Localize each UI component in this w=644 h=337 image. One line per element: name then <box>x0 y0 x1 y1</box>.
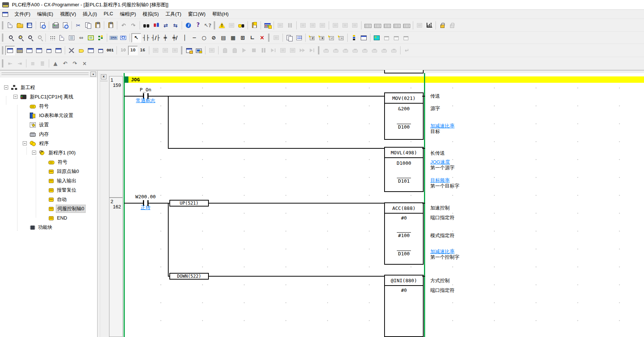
cross-reference-popup-icon[interactable] <box>67 46 76 55</box>
tree-item[interactable]: 设置 <box>0 120 98 129</box>
menu-item[interactable]: 视图(V) <box>57 10 79 18</box>
menu-item[interactable]: PLC <box>101 10 117 18</box>
contact-w200[interactable]: W200.00 <box>131 194 160 199</box>
paste-program-icon[interactable] <box>106 21 115 30</box>
dock-handle[interactable] <box>100 81 108 82</box>
tree-item[interactable]: 符号 <box>0 157 98 167</box>
view-ladder-icon[interactable] <box>5 46 15 55</box>
section-tree-icon[interactable] <box>96 33 105 42</box>
clear-navigation-icon[interactable]: × <box>80 59 89 68</box>
io-table-icon[interactable] <box>363 21 373 30</box>
simulator-online-icon[interactable] <box>184 46 194 55</box>
change-plc-model-icon[interactable] <box>151 21 161 30</box>
tree-item[interactable]: 自动 <box>0 195 98 204</box>
local-symbol-tag-icon[interactable] <box>76 46 86 55</box>
ci-display-icon[interactable]: CI <box>118 33 128 42</box>
operand[interactable]: #100 <box>385 233 423 238</box>
tree-item[interactable]: 符号 <box>0 101 98 111</box>
online-edit-begin-icon[interactable] <box>372 33 382 42</box>
operand[interactable]: &200 <box>385 106 423 111</box>
print-preview-icon[interactable] <box>60 21 70 30</box>
menu-item[interactable]: 插入(I) <box>79 10 100 18</box>
toolbar-grip[interactable] <box>268 34 270 42</box>
tree-item[interactable]: 程序 <box>0 139 98 148</box>
menu-item[interactable]: 帮助(H) <box>209 10 232 18</box>
new-closed-contact-icon[interactable]: ┤/├ <box>151 33 160 42</box>
ladder-monitor-icon[interactable] <box>424 21 434 30</box>
paste-icon[interactable] <box>93 21 102 30</box>
tree-item[interactable]: 报警复位 <box>0 185 98 195</box>
navigate-forward-icon[interactable]: ↷ <box>70 59 80 68</box>
plc-memory-icon[interactable] <box>392 21 402 30</box>
operand[interactable]: D1000 <box>385 160 423 166</box>
new-instruction-icon[interactable]: ▤ <box>219 33 228 42</box>
toolbar-grip[interactable] <box>2 21 3 29</box>
tree-item[interactable]: 回原点轴0 <box>0 167 98 176</box>
tree-item[interactable]: IO表和单元设置 <box>0 111 98 120</box>
view-cross-ref-icon[interactable] <box>44 46 54 55</box>
expander-minus-icon[interactable] <box>4 85 8 89</box>
work-online-icon[interactable] <box>262 21 272 30</box>
zoom-to-selection-icon[interactable] <box>5 33 15 42</box>
radix-hex-icon[interactable]: 16 <box>138 46 147 55</box>
compile-icon[interactable] <box>217 21 227 30</box>
menu-item[interactable]: 工具(T) <box>162 10 185 18</box>
operand[interactable]: #0 <box>385 215 423 221</box>
tree-item[interactable]: 新程序1 (00) <box>0 148 98 157</box>
toolbar-grip[interactable] <box>2 46 3 54</box>
delete-vertical-icon[interactable]: ∟ <box>248 33 257 42</box>
toolbar-grip[interactable] <box>318 46 319 54</box>
view-image-icon[interactable] <box>15 46 25 55</box>
workspace-dropdown-icon[interactable]: ▼ <box>90 72 96 77</box>
smart-input-icon[interactable]: SMA <box>109 33 118 42</box>
new-or-contact-icon[interactable]: ╪ <box>160 33 170 42</box>
address-monitor-icon[interactable]: 001 <box>105 46 115 55</box>
tree-item[interactable]: 伺服控制轴0 <box>0 204 98 213</box>
diff-monitor-z-icon[interactable] <box>307 33 317 42</box>
menu-item[interactable]: 编辑(E) <box>34 10 57 18</box>
operand[interactable]: D101 <box>385 178 423 184</box>
tree-item[interactable]: 新工程 <box>0 83 98 92</box>
mdi-child-icon[interactable] <box>2 12 8 17</box>
plc-settings-icon[interactable] <box>373 21 382 30</box>
acc-instruction-block[interactable]: ACC(888) #0 #100 D100 <box>384 202 424 265</box>
toolbar-grip[interactable] <box>2 59 3 67</box>
transfer-check-icon[interactable] <box>249 21 259 30</box>
clock-icon[interactable] <box>294 33 304 42</box>
diff-monitor-x-icon[interactable] <box>317 33 326 42</box>
new-fb-parameter-icon[interactable]: ⊞ <box>238 33 248 42</box>
new-coil-icon[interactable]: ○ <box>199 33 209 42</box>
find-error-icon[interactable] <box>236 21 246 30</box>
simulator-transfer-icon[interactable] <box>194 46 204 55</box>
watch-window-icon[interactable] <box>359 33 369 42</box>
view-mnemonic-icon[interactable] <box>25 46 34 55</box>
find-icon[interactable] <box>141 21 151 30</box>
select-mode-icon[interactable]: ↖ <box>131 33 141 42</box>
replace-icon[interactable]: ⇄ <box>161 21 170 30</box>
expander-minus-icon[interactable] <box>13 95 17 99</box>
comment-list-icon[interactable] <box>67 33 76 42</box>
new-vertical-icon[interactable]: │ <box>180 33 189 42</box>
new-horizontal-icon[interactable]: ─ <box>189 33 199 42</box>
transfer-to-plc-icon[interactable] <box>284 33 294 42</box>
operand[interactable]: D100 <box>385 124 423 130</box>
watch-small-window-icon[interactable] <box>96 46 105 55</box>
navigate-back-icon[interactable]: ↶ <box>60 59 70 68</box>
menu-item[interactable]: 编程(P) <box>117 10 139 18</box>
close-pane-icon[interactable]: × <box>101 74 106 79</box>
print-icon[interactable] <box>51 21 60 30</box>
show-rung-comments-icon[interactable] <box>57 33 67 42</box>
down-instruction-box[interactable]: DOWN(522) <box>169 273 209 280</box>
expand-rungs-icon[interactable]: ⇔ <box>76 33 86 42</box>
up-instruction-box[interactable]: UP(521) <box>169 200 209 207</box>
new-fb-invoke-icon[interactable]: ▦ <box>228 33 238 42</box>
zoom-in-icon[interactable] <box>15 33 25 42</box>
rung-2-selector[interactable]: 2 162 <box>109 198 123 337</box>
operand[interactable]: D100 <box>385 251 423 256</box>
menu-item[interactable]: 文件(F) <box>11 10 34 18</box>
tree-item[interactable]: 功能块 <box>0 223 98 232</box>
address-reference-icon[interactable]: ⇆ <box>170 21 180 30</box>
cut-icon[interactable]: ✂ <box>73 21 83 30</box>
save-icon[interactable] <box>25 21 34 30</box>
about-icon[interactable] <box>184 21 193 30</box>
